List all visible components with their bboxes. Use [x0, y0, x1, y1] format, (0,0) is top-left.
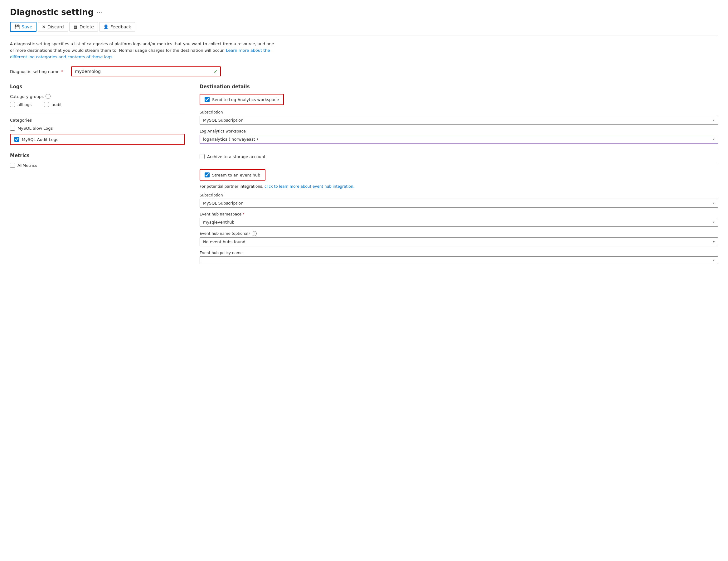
logs-section: Logs Category groups i allLogs audit Cat…	[10, 84, 185, 145]
workspace-chevron-icon: ▾	[713, 138, 715, 141]
archive-storage-checkbox[interactable]	[200, 154, 205, 159]
save-icon: 💾	[14, 24, 20, 29]
archive-storage-checkbox-row[interactable]: Archive to a storage account	[200, 154, 718, 159]
toolbar: 💾 Save ✕ Discard 🗑 Delete 👤 Feedback	[10, 22, 718, 36]
log-analytics-workspace-dropdown[interactable]: loganalytics ( norwayeast ) ▾	[200, 135, 718, 144]
divider-2	[10, 149, 185, 149]
mysql-slow-logs-checkbox-row[interactable]: MySQL Slow Logs	[10, 126, 185, 131]
event-hub-name-group: Event hub name (optional) i No event hub…	[200, 231, 718, 246]
category-groups-info-icon[interactable]: i	[46, 94, 51, 99]
discard-icon: ✕	[42, 24, 46, 29]
event-hub-subscription-dropdown[interactable]: MySQL Subscription ▾	[200, 199, 718, 208]
event-hub-policy-label: Event hub policy name	[200, 251, 718, 255]
right-panel: Destination details Send to Log Analytic…	[200, 84, 718, 268]
feedback-button[interactable]: 👤 Feedback	[99, 22, 135, 31]
event-hub-namespace-label: Event hub namespace *	[200, 212, 718, 216]
event-hub-subscription-group: Subscription MySQL Subscription ▾	[200, 193, 718, 208]
log-analytics-checkbox[interactable]	[205, 97, 210, 102]
all-logs-checkbox-row[interactable]: allLogs	[10, 102, 32, 107]
partner-integration-link[interactable]: click to learn more about event hub inte…	[265, 184, 354, 189]
event-hub-namespace-group: Event hub namespace * mysqleventhub ▾	[200, 212, 718, 227]
diagnostic-name-label: Diagnostic setting name *	[10, 69, 66, 74]
event-hub-name-dropdown[interactable]: No event hubs found ▾	[200, 237, 718, 246]
event-hub-policy-dropdown[interactable]: ▾	[200, 256, 718, 264]
discard-button[interactable]: ✕ Discard	[38, 22, 68, 31]
all-logs-checkbox[interactable]	[10, 102, 15, 107]
subscription-chevron-icon: ▾	[713, 118, 715, 122]
right-divider-1	[200, 149, 718, 149]
feedback-icon: 👤	[103, 24, 109, 29]
main-layout: Logs Category groups i allLogs audit Cat…	[10, 84, 718, 268]
stream-event-hub-highlighted[interactable]: Stream to an event hub	[200, 169, 265, 181]
log-analytics-workspace-label: Log Analytics workspace	[200, 129, 718, 133]
event-hub-name-chevron-icon: ▾	[713, 240, 715, 244]
category-groups-row: allLogs audit	[10, 102, 185, 110]
event-hub-name-info-icon[interactable]: i	[252, 231, 257, 236]
event-hub-subscription-chevron-icon: ▾	[713, 201, 715, 205]
destination-section-title: Destination details	[200, 84, 718, 89]
log-analytics-subscription-dropdown[interactable]: MySQL Subscription ▾	[200, 116, 718, 125]
description-text: A diagnostic setting specifies a list of…	[10, 41, 275, 60]
save-button[interactable]: 💾 Save	[10, 22, 36, 32]
event-hub-namespace-chevron-icon: ▾	[713, 220, 715, 224]
diagnostic-name-input-wrapper: ✓	[71, 66, 221, 76]
divider-1	[10, 114, 185, 114]
stream-event-hub-section: Stream to an event hub For potential par…	[200, 169, 718, 264]
log-analytics-checkbox-highlighted[interactable]: Send to Log Analytics workspace	[200, 94, 284, 105]
audit-checkbox-row[interactable]: audit	[44, 102, 62, 107]
stream-event-hub-checkbox[interactable]	[205, 172, 210, 177]
delete-icon: 🗑	[73, 24, 78, 29]
diagnostic-name-row: Diagnostic setting name * ✓	[10, 66, 718, 76]
mysql-slow-logs-checkbox[interactable]	[10, 126, 15, 131]
metrics-section-title: Metrics	[10, 153, 185, 158]
all-metrics-checkbox-row[interactable]: AllMetrics	[10, 163, 185, 168]
mysql-audit-logs-checkbox[interactable]	[14, 137, 19, 142]
page-ellipsis: ···	[97, 9, 102, 16]
event-hub-policy-chevron-icon: ▾	[713, 259, 715, 262]
event-hub-policy-group: Event hub policy name ▾	[200, 251, 718, 264]
partner-integration-text: For potential partner integrations, clic…	[200, 184, 718, 189]
event-hub-namespace-dropdown[interactable]: mysqleventhub ▾	[200, 218, 718, 227]
log-analytics-workspace-group: Log Analytics workspace loganalytics ( n…	[200, 129, 718, 144]
all-metrics-checkbox[interactable]	[10, 163, 15, 168]
right-divider-2	[200, 164, 718, 164]
categories-label: Categories	[10, 118, 185, 123]
metrics-section: Metrics AllMetrics	[10, 153, 185, 168]
category-groups-label: Category groups i	[10, 94, 185, 99]
page-title: Diagnostic setting ···	[10, 7, 718, 17]
logs-section-title: Logs	[10, 84, 185, 89]
mysql-audit-logs-highlighted-row[interactable]: MySQL Audit Logs	[10, 134, 185, 145]
log-analytics-subscription-label: Subscription	[200, 110, 718, 114]
diagnostic-name-input[interactable]	[72, 67, 214, 76]
delete-button[interactable]: 🗑 Delete	[69, 22, 98, 31]
left-panel: Logs Category groups i allLogs audit Cat…	[10, 84, 185, 268]
log-analytics-subscription-group: Subscription MySQL Subscription ▾	[200, 110, 718, 125]
event-hub-name-label: Event hub name (optional) i	[200, 231, 718, 236]
valid-check-icon: ✓	[214, 69, 220, 75]
event-hub-subscription-label: Subscription	[200, 193, 718, 197]
audit-checkbox[interactable]	[44, 102, 49, 107]
